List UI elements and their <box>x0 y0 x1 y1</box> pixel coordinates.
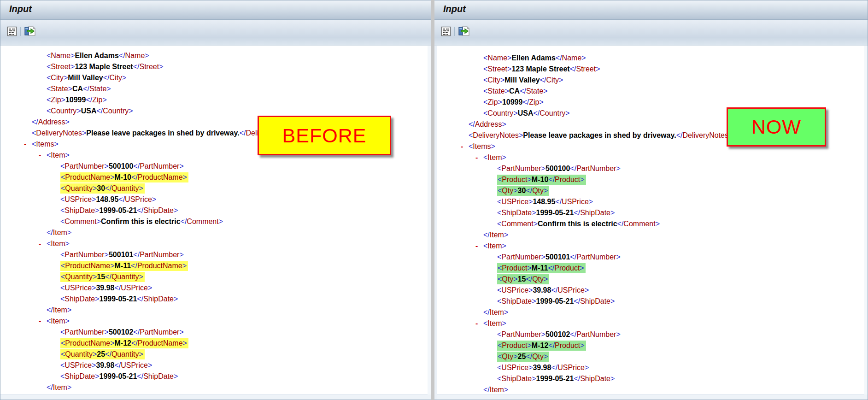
xml-line: <USPrice>39.98</USPrice> <box>0 360 431 371</box>
tag-name: ShipDate <box>65 372 95 380</box>
xml-tree: <Name>Ellen Adams</Name><Street>123 Mapl… <box>0 46 431 393</box>
bracket: > <box>92 284 96 292</box>
collapse-toggle[interactable]: - <box>475 241 478 252</box>
xml-element: </Address> <box>32 118 70 126</box>
element-value: 39.98 <box>533 364 551 371</box>
bracket: < <box>60 372 65 380</box>
bracket: </ <box>617 220 624 228</box>
xml-line: <ProductName>M-12</ProductName> <box>0 338 431 349</box>
tag-name: Item <box>487 242 502 250</box>
bracket: > <box>65 151 69 159</box>
highlighted-xml-element: <Qty>15</Qty> <box>497 274 549 284</box>
element-value: 10999 <box>65 96 86 104</box>
bracket: > <box>145 52 149 59</box>
bracket: < <box>498 341 502 349</box>
export-button[interactable] <box>24 26 36 37</box>
tag-name: Country <box>540 109 565 117</box>
bracket: > <box>513 109 517 117</box>
bracket: > <box>585 364 589 371</box>
collapse-toggle[interactable]: - <box>475 318 478 329</box>
text-grid-view-button[interactable] <box>440 26 452 37</box>
element-value: 1999-05-21 <box>100 206 137 214</box>
vertical-scrollbar[interactable] <box>428 46 431 394</box>
bracket: < <box>60 284 65 292</box>
tag-name: State <box>487 87 504 95</box>
bracket: > <box>610 375 615 382</box>
tag-name: USPrice <box>501 364 528 371</box>
bracket: > <box>179 328 183 336</box>
bracket: </ <box>114 361 121 369</box>
bracket: </ <box>133 328 140 336</box>
xml-line: <Street>123 Maple Street</Street> <box>0 61 431 72</box>
xml-element: <ShipDate>1999-05-21</ShipDate> <box>60 295 178 303</box>
bracket: </ <box>570 165 576 172</box>
bracket: </ <box>526 275 532 283</box>
xml-element: <Zip>10999</Zip> <box>47 96 107 104</box>
panel-splitter[interactable] <box>431 0 434 400</box>
xml-element: <PartNumber>500100</PartNumber> <box>497 165 621 172</box>
horizontal-scrollbar[interactable] <box>437 394 868 400</box>
element-value: M-11 <box>532 264 548 272</box>
tag-name: State <box>89 85 106 93</box>
bracket: < <box>483 109 487 117</box>
element-value: M-12 <box>532 341 548 349</box>
bracket: > <box>70 63 75 71</box>
bracket: < <box>497 364 501 371</box>
tag-name: ShipDate <box>501 375 532 382</box>
bracket: > <box>139 184 143 192</box>
bracket: </ <box>570 253 576 261</box>
panel-title-text: Input <box>443 4 466 14</box>
tag-name: DeliveryNotes <box>473 131 519 139</box>
bracket: < <box>60 195 65 203</box>
bracket: > <box>92 195 96 203</box>
xml-line: <PartNumber>500101</PartNumber> <box>0 249 431 260</box>
xml-element: <ShipDate>1999-05-21</ShipDate> <box>497 375 615 382</box>
element-value: 1999-05-21 <box>536 375 574 382</box>
collapse-toggle[interactable]: - <box>39 316 41 327</box>
bracket: < <box>60 162 65 170</box>
xml-line: <Product>M-11</Product> <box>437 263 868 274</box>
export-button[interactable] <box>458 26 470 37</box>
collapse-toggle[interactable]: - <box>461 141 463 152</box>
horizontal-scrollbar[interactable] <box>0 394 431 400</box>
xml-element: </Item> <box>483 231 508 239</box>
bracket: > <box>513 353 517 360</box>
bracket: > <box>541 165 545 172</box>
xml-element: <Zip>10999</Zip> <box>483 98 544 106</box>
xml-element: <Item> <box>47 240 70 247</box>
tag-name: PartNumber <box>576 165 616 172</box>
collapse-toggle[interactable]: - <box>24 139 26 150</box>
tag-name: USPrice <box>121 361 148 369</box>
xml-element: <USPrice>148.95</USPrice> <box>497 198 593 206</box>
bracket: </ <box>47 383 53 391</box>
text-grid-view-button[interactable] <box>6 26 18 37</box>
bracket: > <box>513 187 517 194</box>
highlighted-xml-element: <Qty>25</Qty> <box>497 352 549 362</box>
collapse-toggle[interactable]: - <box>39 238 41 249</box>
vertical-scrollbar[interactable] <box>864 46 868 394</box>
xml-line: <City>Mill Valley</City> <box>437 75 868 86</box>
tag-name: PartNumber <box>140 251 179 259</box>
bracket: > <box>532 375 536 382</box>
bracket: </ <box>548 176 555 183</box>
xml-element: <Items> <box>469 142 495 150</box>
bracket: > <box>656 220 660 228</box>
bracket: > <box>152 195 156 203</box>
bracket: </ <box>551 286 557 294</box>
xml-line: <USPrice>39.98</USPrice> <box>0 282 431 294</box>
xml-line: <Product>M-10</Product> <box>437 174 868 185</box>
xml-element: </Item> <box>483 386 508 394</box>
tag-name: Product <box>554 264 580 272</box>
bracket: </ <box>483 308 490 316</box>
tag-name: Quantity <box>65 273 93 281</box>
xml-line: <Qty>15</Qty> <box>437 274 868 285</box>
bracket: < <box>483 87 487 95</box>
xml-line: </Item> <box>437 229 868 241</box>
bracket: < <box>498 187 502 194</box>
collapse-toggle[interactable]: - <box>39 150 41 161</box>
text-grid-view-icon <box>441 26 451 36</box>
collapse-toggle[interactable]: - <box>475 152 478 163</box>
tag-name: Item <box>51 151 65 159</box>
bracket: </ <box>548 341 555 349</box>
bracket: < <box>47 74 51 82</box>
